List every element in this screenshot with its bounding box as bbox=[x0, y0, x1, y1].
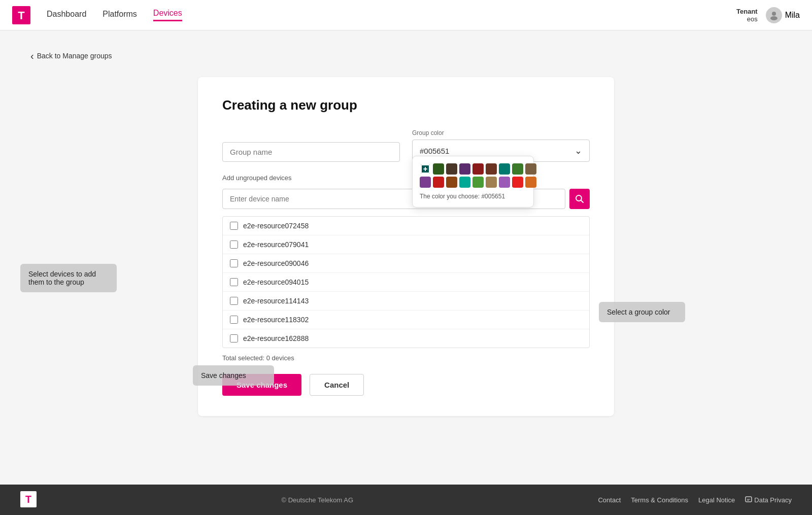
list-item[interactable]: e2e-resource118302 bbox=[223, 311, 589, 329]
page-title: Creating a new group bbox=[222, 97, 590, 113]
action-buttons: Save changes Cancel bbox=[222, 374, 590, 396]
footer-links: Contact Terms & Conditions Legal Notice … bbox=[598, 496, 792, 504]
svg-point-2 bbox=[772, 12, 776, 16]
footer-data-privacy[interactable]: Data Privacy bbox=[754, 496, 792, 504]
header-right: Tenant eos Mila bbox=[736, 7, 800, 23]
svg-point-3 bbox=[770, 16, 777, 20]
color-swatch[interactable] bbox=[472, 163, 484, 175]
color-swatch[interactable] bbox=[486, 177, 497, 188]
total-selected: Total selected: 0 devices bbox=[222, 354, 590, 362]
color-picker-chosen-label: The color you choose: #005651 bbox=[420, 193, 526, 200]
shield-icon bbox=[745, 496, 752, 503]
color-swatch[interactable] bbox=[512, 177, 523, 188]
footer: T © Deutsche Telekom AG Contact Terms & … bbox=[0, 485, 812, 515]
footer-terms[interactable]: Terms & Conditions bbox=[631, 496, 688, 504]
device-checkbox[interactable] bbox=[230, 297, 238, 305]
device-checkbox[interactable] bbox=[230, 259, 238, 267]
nav-dashboard[interactable]: Dashboard bbox=[47, 10, 86, 21]
group-name-field bbox=[222, 142, 400, 162]
user-name: Mila bbox=[785, 11, 800, 20]
color-swatch[interactable] bbox=[446, 177, 457, 188]
tooltip-save: Save changes bbox=[193, 365, 274, 386]
device-checkbox[interactable] bbox=[230, 241, 238, 249]
cancel-button[interactable]: Cancel bbox=[310, 374, 364, 396]
list-item[interactable]: e2e-resource079041 bbox=[223, 235, 589, 254]
main-content: Back to Manage groups Creating a new gro… bbox=[0, 30, 812, 485]
color-swatch[interactable] bbox=[512, 163, 523, 175]
color-swatch[interactable] bbox=[459, 163, 470, 175]
color-swatch[interactable] bbox=[525, 163, 536, 175]
device-name: e2e-resource072458 bbox=[243, 222, 309, 230]
tenant-info: Tenant eos bbox=[736, 8, 758, 23]
list-item[interactable]: e2e-resource162888 bbox=[223, 329, 589, 348]
device-name: e2e-resource090046 bbox=[243, 259, 309, 267]
telekom-logo: T bbox=[12, 6, 30, 24]
color-swatch[interactable] bbox=[499, 163, 510, 175]
search-icon bbox=[575, 194, 584, 203]
device-checkbox[interactable] bbox=[230, 222, 238, 230]
device-name: e2e-resource079041 bbox=[243, 241, 309, 249]
color-swatch[interactable] bbox=[433, 177, 444, 188]
group-name-input[interactable] bbox=[222, 142, 400, 162]
device-search-button[interactable] bbox=[569, 189, 590, 209]
group-color-label: Group color bbox=[412, 129, 590, 136]
user-menu[interactable]: Mila bbox=[766, 7, 800, 23]
color-swatch[interactable] bbox=[459, 177, 470, 188]
svg-line-5 bbox=[581, 200, 584, 203]
svg-text:T: T bbox=[18, 9, 25, 22]
device-checkbox[interactable] bbox=[230, 316, 238, 324]
device-list: e2e-resource072458e2e-resource079041e2e-… bbox=[222, 216, 590, 348]
user-avatar bbox=[766, 7, 782, 23]
device-name: e2e-resource094015 bbox=[243, 278, 309, 286]
device-name: e2e-resource162888 bbox=[243, 334, 309, 342]
device-checkbox[interactable] bbox=[230, 278, 238, 286]
tooltip-devices: Select devices to add them to the group bbox=[20, 264, 117, 292]
color-swatch[interactable] bbox=[499, 177, 510, 188]
device-checkbox[interactable] bbox=[230, 334, 238, 342]
color-swatch[interactable] bbox=[472, 177, 484, 188]
footer-logo: T bbox=[20, 491, 37, 509]
tenant-label: Tenant bbox=[736, 8, 758, 15]
device-name: e2e-resource114143 bbox=[243, 297, 309, 305]
tooltip-color: Select a group color bbox=[599, 302, 685, 322]
color-swatch[interactable] bbox=[446, 163, 457, 175]
color-grid: + bbox=[420, 163, 526, 188]
header: T Dashboard Platforms Devices Tenant eos… bbox=[0, 0, 812, 30]
form-row-top: Group color #005651 ⌄ + The color you ch… bbox=[222, 129, 590, 162]
footer-legal[interactable]: Legal Notice bbox=[698, 496, 735, 504]
color-swatch[interactable] bbox=[433, 163, 444, 175]
main-nav: Dashboard Platforms Devices bbox=[47, 9, 736, 21]
color-swatch[interactable] bbox=[525, 177, 536, 188]
list-item[interactable]: e2e-resource090046 bbox=[223, 254, 589, 273]
tenant-id: eos bbox=[736, 15, 758, 23]
footer-copyright: © Deutsche Telekom AG bbox=[281, 496, 353, 504]
color-swatch[interactable] bbox=[486, 163, 497, 175]
color-swatch[interactable]: + bbox=[420, 163, 431, 175]
device-search-row bbox=[222, 189, 590, 209]
svg-text:T: T bbox=[25, 494, 31, 505]
list-item[interactable]: e2e-resource114143 bbox=[223, 292, 589, 311]
add-devices-section: Add ungrouped devices e2e-resource072458… bbox=[222, 174, 590, 348]
color-value: #005651 bbox=[420, 147, 449, 155]
color-swatch[interactable] bbox=[420, 177, 431, 188]
list-item[interactable]: e2e-resource072458 bbox=[223, 217, 589, 235]
device-name: e2e-resource118302 bbox=[243, 316, 309, 324]
nav-devices[interactable]: Devices bbox=[153, 9, 182, 21]
group-color-field: Group color #005651 ⌄ + The color you ch… bbox=[412, 129, 590, 162]
nav-platforms[interactable]: Platforms bbox=[103, 10, 137, 21]
footer-contact[interactable]: Contact bbox=[598, 496, 621, 504]
color-picker-dropdown: + The color you choose: #005651 bbox=[412, 156, 534, 208]
back-to-manage-groups[interactable]: Back to Manage groups bbox=[30, 51, 782, 61]
list-item[interactable]: e2e-resource094015 bbox=[223, 273, 589, 292]
chevron-down-icon: ⌄ bbox=[574, 145, 582, 156]
